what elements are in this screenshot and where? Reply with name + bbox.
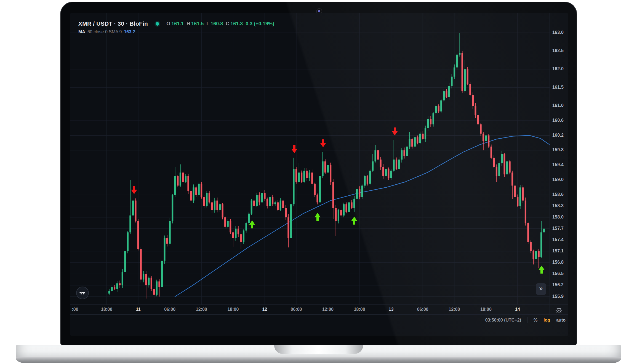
candle-body — [501, 154, 503, 163]
candle-body — [459, 53, 460, 55]
time-tick-label: 18:00 — [227, 307, 239, 312]
candle-body — [364, 176, 366, 186]
candle-body — [214, 201, 215, 210]
candle-body — [209, 193, 210, 203]
candle-body — [190, 191, 192, 201]
percent-scale-button[interactable]: % — [534, 318, 537, 323]
candle-body — [203, 197, 205, 206]
laptop-screen: XMR / USDT · 30 · BloFin O 161.1 H 161.5… — [60, 2, 577, 345]
time-tick-label: 11 — [136, 307, 141, 312]
candle-body — [180, 172, 181, 185]
auto-scale-button[interactable]: auto — [556, 318, 566, 323]
candle-body — [338, 210, 339, 221]
time-tick-label: 14 — [515, 307, 520, 312]
price-tick-label: 162.0 — [552, 66, 564, 71]
candle-body — [129, 215, 131, 232]
candle-body — [201, 184, 202, 197]
candle-body — [206, 193, 207, 206]
candle-body — [435, 106, 437, 113]
indicator-legend[interactable]: MA 60 close 0 SMA 9 163.2 — [78, 29, 274, 34]
time-tick-label: 12:00 — [196, 307, 207, 312]
candle-body — [322, 161, 324, 176]
candle-body — [235, 229, 236, 238]
candle-body — [409, 139, 411, 147]
session-clock[interactable]: 03:50:00 (UTC+2) — [485, 318, 521, 323]
candle-body — [127, 232, 129, 251]
candle-body — [522, 187, 524, 200]
candle-body — [119, 283, 121, 285]
price-tick-label: 159.0 — [552, 177, 564, 182]
candle-body — [359, 189, 360, 197]
candle-body — [385, 169, 387, 176]
candle-body — [295, 169, 297, 182]
candle-body — [222, 204, 223, 217]
chart-legend: XMR / USDT · 30 · BloFin O 161.1 H 161.5… — [78, 20, 274, 34]
laptop-base-edge — [16, 357, 621, 363]
time-tick-label: 12 — [262, 307, 267, 312]
time-axis-settings-gear-icon[interactable] — [554, 306, 564, 315]
tradingview-logo[interactable] — [76, 287, 89, 299]
candle-body — [511, 172, 513, 185]
symbol-title[interactable]: XMR / USDT · 30 · BloFin — [78, 20, 148, 27]
candle-body — [467, 69, 468, 84]
candle-body — [506, 161, 508, 174]
candle-body — [443, 91, 445, 100]
candle-body — [454, 68, 455, 77]
candle-body — [258, 195, 260, 202]
candle-body — [414, 137, 416, 147]
price-tick-label: 161.5 — [552, 85, 564, 90]
candle-body — [193, 187, 194, 200]
candle-body — [111, 287, 113, 291]
candle-body — [240, 234, 242, 242]
candle-body — [261, 193, 263, 203]
candle-body — [519, 187, 521, 206]
chart-bottom-toolbar: 03:50:00 (UTC+2) % log auto — [70, 314, 568, 326]
candle-body — [158, 281, 160, 287]
candle-body — [272, 197, 273, 204]
time-axis[interactable]: :0018:001106:0012:0018:001206:0012:0018:… — [70, 304, 568, 315]
candle-body — [285, 208, 287, 217]
candle-body — [164, 238, 165, 261]
candle-body — [269, 197, 271, 206]
low-label: L — [206, 21, 209, 27]
price-tick-label: 158.6 — [552, 192, 564, 197]
candle-body — [316, 195, 318, 202]
scroll-right-button[interactable]: » — [536, 283, 546, 295]
candle-body — [306, 171, 308, 178]
sell-signal-arrow-icon — [320, 139, 326, 147]
indicator-name: MA — [78, 29, 85, 34]
candle-body — [451, 77, 452, 86]
candle-body — [367, 176, 368, 184]
candle-body — [419, 134, 421, 143]
log-scale-button[interactable]: log — [543, 318, 550, 323]
sell-signal-arrow-icon — [291, 145, 297, 153]
candle-body — [491, 147, 492, 158]
candle-body — [377, 150, 379, 160]
candle-body — [332, 182, 334, 208]
price-axis[interactable]: 163.0162.5162.0161.5161.0160.6160.2159.8… — [550, 13, 568, 336]
candle-body — [496, 167, 497, 176]
candle-body — [251, 201, 252, 214]
candle-body — [430, 119, 431, 124]
candlestick-chart[interactable] — [70, 13, 568, 336]
price-tick-label: 161.0 — [552, 103, 564, 108]
candle-body — [256, 195, 258, 206]
time-tick-label: 18:00 — [480, 307, 492, 312]
candle-body — [277, 203, 279, 210]
candle-body — [477, 115, 479, 125]
candle-body — [509, 161, 511, 173]
candle-body — [290, 204, 292, 238]
close-value: 161.3 — [230, 21, 243, 27]
candle-body — [483, 134, 484, 141]
buy-signal-arrow-icon — [314, 213, 321, 221]
close-label: C — [226, 21, 229, 27]
indicator-value: 163.2 — [124, 29, 135, 34]
candle-body — [485, 136, 487, 141]
candle-body — [406, 147, 408, 156]
tradingview-logo-icon — [79, 289, 86, 297]
screenshot-stage: XMR / USDT · 30 · BloFin O 161.1 H 161.5… — [0, 0, 637, 364]
candle-body — [108, 291, 110, 294]
candle-body — [372, 161, 374, 171]
price-tick-label: 157.1 — [552, 249, 564, 254]
candle-body — [324, 161, 326, 173]
